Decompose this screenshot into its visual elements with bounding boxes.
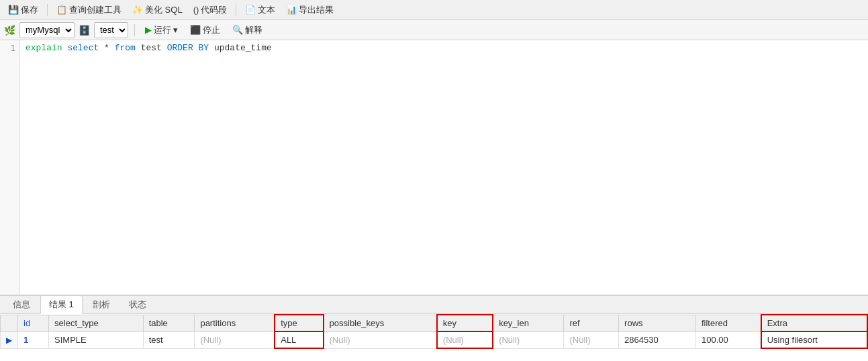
td-extra: Using filesort <box>761 331 867 348</box>
beautify-sql-button[interactable]: ✨ 美化 SQL <box>128 3 187 17</box>
run-button[interactable]: ▶ 运行 ▾ <box>141 23 182 38</box>
td-ref: (Null) <box>564 331 619 348</box>
explain-label: 解释 <box>245 24 262 36</box>
line-numbers: 1 <box>0 40 20 295</box>
explain-button[interactable]: 🔍 解释 <box>228 23 267 38</box>
results-area: id select_type table partitions type pos… <box>0 314 868 361</box>
th-type[interactable]: type <box>275 315 323 331</box>
export-button[interactable]: 📊 导出结果 <box>282 3 338 17</box>
td-type: ALL <box>275 331 323 348</box>
th-key[interactable]: key <box>437 315 493 331</box>
th-id[interactable]: id <box>18 315 49 331</box>
explain-icon: 🔍 <box>232 25 243 35</box>
th-filtered[interactable]: filtered <box>695 315 761 331</box>
text-label: 文本 <box>258 4 275 16</box>
th-key-len[interactable]: key_len <box>493 315 564 331</box>
save-icon: 💾 <box>8 5 19 15</box>
sep3 <box>134 24 135 36</box>
run-icon: ▶ <box>145 25 152 35</box>
td-select-type: SIMPLE <box>49 331 144 348</box>
th-partitions[interactable]: partitions <box>195 315 275 331</box>
export-label: 导出结果 <box>299 4 334 16</box>
stop-label: 停止 <box>203 24 220 36</box>
query-tool-button[interactable]: 📋 查询创建工具 <box>52 3 126 17</box>
run-label: 运行 <box>154 24 171 36</box>
keyword-explain: explain <box>26 43 62 53</box>
code-editor[interactable]: explain select * from test ORDER BY upda… <box>20 40 868 295</box>
beautify-sql-label: 美化 SQL <box>145 4 183 16</box>
td-row-marker: ▶ <box>1 331 18 348</box>
save-label: 保存 <box>21 4 38 16</box>
stop-button[interactable]: ⬛ 停止 <box>186 23 224 38</box>
sep2 <box>236 4 236 16</box>
td-key-len: (Null) <box>493 331 564 348</box>
code-snippet-label: 代码段 <box>201 4 227 16</box>
td-key: (Null) <box>437 331 493 348</box>
sep1 <box>47 4 48 16</box>
keyword-by: BY <box>199 43 209 53</box>
td-possible-keys: (Null) <box>324 331 437 348</box>
keyword-select: select <box>67 43 99 53</box>
td-table: test <box>143 331 195 348</box>
table-header-row: id select_type table partitions type pos… <box>1 315 868 331</box>
connection-select[interactable]: myMysql <box>19 22 75 38</box>
text-button[interactable]: 📄 文本 <box>241 3 279 17</box>
run-dropdown-icon: ▾ <box>173 25 178 35</box>
tab-status[interactable]: 状态 <box>120 295 155 314</box>
main-toolbar: 💾 保存 📋 查询创建工具 ✨ 美化 SQL () 代码段 📄 文本 📊 导出结… <box>0 0 868 20</box>
th-ref[interactable]: ref <box>564 315 619 331</box>
tab-info[interactable]: 信息 <box>4 295 39 314</box>
query-tool-label: 查询创建工具 <box>69 4 122 16</box>
tab-result1[interactable]: 结果 1 <box>40 295 83 314</box>
table-row: ▶ 1 SIMPLE test (Null) ALL (Null) (Null)… <box>1 331 868 348</box>
th-row-marker <box>1 315 18 331</box>
tab-bar: 信息 结果 1 剖析 状态 <box>0 295 868 314</box>
database-select[interactable]: test <box>94 22 128 38</box>
stop-icon: ⬛ <box>190 25 201 35</box>
query-tool-icon: 📋 <box>56 5 67 15</box>
connection-bar: 🌿 myMysql 🗄️ test ▶ 运行 ▾ ⬛ 停止 🔍 解释 <box>0 20 868 40</box>
td-partitions: (Null) <box>195 331 275 348</box>
results-table: id select_type table partitions type pos… <box>0 314 868 349</box>
th-extra[interactable]: Extra <box>761 315 867 331</box>
export-icon: 📊 <box>286 5 297 15</box>
connection-db-icon: 🌿 <box>4 25 15 36</box>
th-table[interactable]: table <box>143 315 195 331</box>
td-filtered: 100.00 <box>695 331 761 348</box>
td-id: 1 <box>18 331 49 348</box>
code-snippet-button[interactable]: () 代码段 <box>189 3 232 17</box>
keyword-from: from <box>115 43 136 53</box>
editor-area: 1 explain select * from test ORDER BY up… <box>0 40 868 295</box>
line-number-1: 1 <box>4 43 15 53</box>
code-icon: () <box>193 5 199 15</box>
td-rows: 2864530 <box>619 331 696 348</box>
text-icon: 📄 <box>245 5 256 15</box>
save-button[interactable]: 💾 保存 <box>4 3 42 17</box>
th-rows[interactable]: rows <box>619 315 696 331</box>
beautify-icon: ✨ <box>132 5 143 15</box>
keyword-order: ORDER <box>167 43 193 53</box>
th-select-type[interactable]: select_type <box>49 315 144 331</box>
bottom-panel: 信息 结果 1 剖析 状态 id select_type table parti… <box>0 295 868 361</box>
table-icon: 🗄️ <box>79 25 90 36</box>
tab-profiling[interactable]: 剖析 <box>84 295 119 314</box>
th-possible-keys[interactable]: possible_keys <box>324 315 437 331</box>
